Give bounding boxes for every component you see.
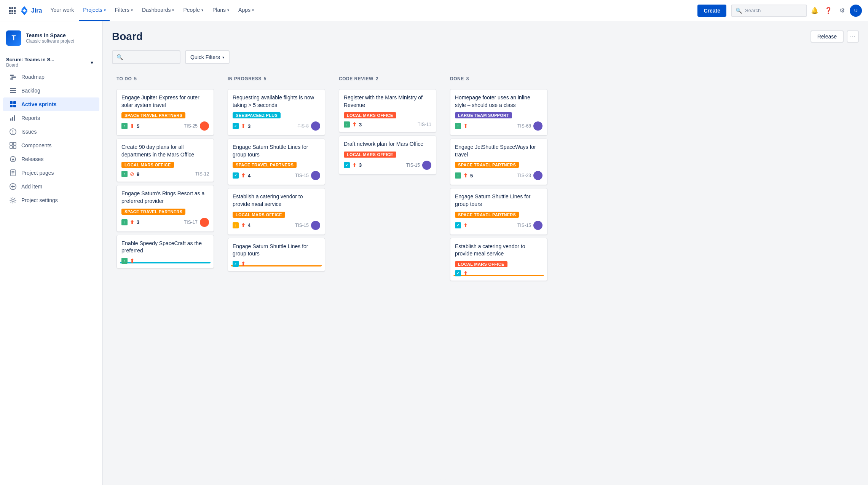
create-button[interactable]: Create xyxy=(697,5,726,17)
sidebar-item-backlog[interactable]: Backlog xyxy=(3,84,99,97)
card-title: Requesting available flights is now taki… xyxy=(233,94,320,109)
card-tag: SPACE TRAVEL PARTNERS xyxy=(121,209,185,215)
story-green-icon: ↑ xyxy=(121,219,128,225)
story-green-icon: ↑ xyxy=(344,121,350,128)
card-avatar xyxy=(533,121,542,131)
releases-label: Releases xyxy=(21,156,43,162)
card-c11[interactable]: Homepage footer uses an inline style – s… xyxy=(450,89,547,136)
sidebar-item-roadmap[interactable]: Roadmap xyxy=(3,70,99,84)
board-search-bar[interactable]: 🔍 xyxy=(112,50,180,64)
release-button[interactable]: Release xyxy=(811,30,844,43)
svg-point-34 xyxy=(12,199,14,201)
quick-filters-button[interactable]: Quick Filters ▾ xyxy=(185,50,230,64)
story-green-icon: ↑ xyxy=(121,123,128,129)
story-done-icon: ✓ xyxy=(455,270,461,276)
grid-menu-icon[interactable] xyxy=(6,5,18,17)
sidebar-item-issues[interactable]: Issues xyxy=(3,125,99,139)
sidebar-item-releases[interactable]: Releases xyxy=(3,152,99,166)
card-title: Homepage footer uses an inline style – s… xyxy=(455,94,542,109)
people-chevron: ▾ xyxy=(201,8,203,12)
column-title-codereview: CODE REVIEW xyxy=(339,76,373,81)
card-c7[interactable]: Establish a catering vendor to provide m… xyxy=(228,188,325,235)
nav-people[interactable]: People ▾ xyxy=(179,0,207,21)
column-inprogress: IN PROGRESS 5 Requesting available fligh… xyxy=(223,72,330,480)
card-tag: SPACE TRAVEL PARTNERS xyxy=(455,162,519,168)
story-green-icon: ↑ xyxy=(455,172,461,179)
card-ticket: TIS-23 xyxy=(517,173,531,178)
card-ticket: TIS-15 xyxy=(517,223,531,228)
nav-dashboards[interactable]: Dashboards ▾ xyxy=(138,0,178,21)
notifications-icon[interactable]: 🔔 xyxy=(809,5,821,17)
sidebar-item-components[interactable]: Components xyxy=(3,139,99,152)
priority-high-icon: ⬆ xyxy=(463,270,468,276)
nav-projects[interactable]: Projects ▾ xyxy=(79,0,110,21)
sidebar-item-project-pages[interactable]: Project pages xyxy=(3,166,99,180)
nav-filters[interactable]: Filters ▾ xyxy=(111,0,137,21)
card-c9[interactable]: Register with the Mars Ministry of Reven… xyxy=(339,89,436,132)
priority-high-icon: ⬆ xyxy=(352,121,357,128)
svg-rect-15 xyxy=(10,101,13,104)
card-ticket: TIS-68 xyxy=(517,123,531,129)
sidebar-item-project-settings[interactable]: Project settings xyxy=(3,193,99,207)
card-avatar xyxy=(533,221,542,230)
project-settings-icon xyxy=(9,196,17,204)
nav-plans[interactable]: Plans ▾ xyxy=(209,0,233,21)
column-count-codereview: 2 xyxy=(376,76,378,81)
main-content: Board Release ··· 🔍 Quick Filters ▾ TO D… xyxy=(103,21,868,485)
quick-filters-label: Quick Filters xyxy=(190,54,220,60)
priority-high-up-icon: ⬆ xyxy=(463,222,468,228)
reports-icon xyxy=(9,114,17,122)
card-tag: SPACE TRAVEL PARTNERS xyxy=(455,212,519,218)
svg-rect-5 xyxy=(14,10,16,12)
card-c2[interactable]: Create 90 day plans for all departments … xyxy=(116,139,214,182)
card-footer: ✓ ⬆ 3 TIS-15 xyxy=(344,161,431,170)
svg-rect-11 xyxy=(10,78,13,80)
column-header-done: DONE 8 xyxy=(450,76,547,85)
project-icon: T xyxy=(6,30,21,46)
card-c4[interactable]: Enable Speedy SpaceCraft as the preferre… xyxy=(116,235,214,268)
nav-apps[interactable]: Apps ▾ xyxy=(235,0,258,21)
card-c14[interactable]: Establish a catering vendor to provide m… xyxy=(450,238,547,281)
search-bar[interactable]: 🔍 Search xyxy=(731,5,807,17)
card-c13[interactable]: Engage Saturn Shuttle Lines for group to… xyxy=(450,188,547,235)
releases-icon xyxy=(9,155,17,163)
board-columns: TO DO 5 Engage Jupiter Express for outer… xyxy=(112,72,859,480)
column-count-todo: 5 xyxy=(134,76,137,81)
sidebar-item-add-item[interactable]: Add item xyxy=(3,180,99,193)
settings-icon[interactable]: ⚙ xyxy=(836,5,848,17)
card-footer: ✓ ⬆ 4 TIS-15 xyxy=(233,171,320,180)
svg-rect-25 xyxy=(13,142,16,145)
card-title: Establish a catering vendor to provide m… xyxy=(233,193,320,208)
jira-logo[interactable]: Jira xyxy=(20,6,42,15)
card-ticket: TIS-15 xyxy=(295,173,309,178)
board-header-actions: Release ··· xyxy=(811,30,859,43)
card-title: Draft network plan for Mars Office xyxy=(344,140,431,148)
sidebar-item-active-sprints[interactable]: Active sprints xyxy=(3,97,99,111)
card-c10[interactable]: Draft network plan for Mars Office LOCAL… xyxy=(339,136,436,175)
card-count: 3 xyxy=(359,122,362,128)
search-icon: 🔍 xyxy=(736,8,742,14)
user-avatar[interactable]: U xyxy=(850,5,862,17)
card-ticket: TIS-12 xyxy=(195,171,209,177)
nav-your-work[interactable]: Your work xyxy=(46,0,78,21)
sidebar-item-reports[interactable]: Reports xyxy=(3,111,99,125)
svg-rect-2 xyxy=(14,7,16,9)
help-icon[interactable]: ❓ xyxy=(822,5,834,17)
search-placeholder: Search xyxy=(745,8,761,13)
card-c12[interactable]: Engage JetShuttle SpaceWays for travel S… xyxy=(450,139,547,185)
card-c6[interactable]: Engage Saturn Shuttle Lines for group to… xyxy=(228,139,325,185)
card-title: Engage JetShuttle SpaceWays for travel xyxy=(455,144,542,158)
svg-rect-18 xyxy=(13,105,16,107)
card-c5[interactable]: Requesting available flights is now taki… xyxy=(228,89,325,136)
sidebar-expand-icon[interactable]: ▾ xyxy=(87,58,96,67)
card-footer: ✓ ⬆ TIS-15 xyxy=(455,221,542,230)
board-title: Board xyxy=(112,30,143,43)
card-c3[interactable]: Engage Saturn's Rings Resort as a prefer… xyxy=(116,185,214,231)
card-c8[interactable]: Engage Saturn Shuttle Lines for group to… xyxy=(228,238,325,271)
more-options-button[interactable]: ··· xyxy=(847,30,859,43)
svg-rect-27 xyxy=(13,146,16,148)
card-avatar xyxy=(533,171,542,180)
card-c1[interactable]: Engage Jupiter Express for outer solar s… xyxy=(116,89,214,136)
svg-rect-13 xyxy=(10,90,16,91)
story-green-icon: ↑ xyxy=(455,123,461,129)
